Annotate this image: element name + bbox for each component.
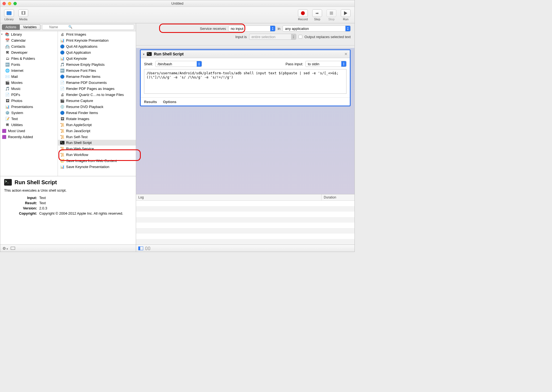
service-in-select[interactable]: any application ▲▼ bbox=[283, 25, 351, 32]
action-icon: 🔵 bbox=[60, 74, 64, 79]
close-icon[interactable]: ✕ bbox=[344, 52, 348, 56]
column-view-icon[interactable] bbox=[145, 247, 150, 250]
category-item[interactable]: 🗂Files & Folders bbox=[0, 55, 58, 61]
action-item[interactable]: 🔵Reveal Finder Items bbox=[58, 110, 136, 116]
library-button[interactable]: Library bbox=[3, 9, 15, 21]
action-item[interactable]: 🔵Quit Application bbox=[58, 49, 136, 55]
action-item[interactable]: 📊Save Keynote Presentation bbox=[58, 164, 136, 170]
action-item[interactable]: 🔵Rename Finder Items bbox=[58, 73, 136, 79]
action-item[interactable]: 🎵Remove Empty Playlists bbox=[58, 61, 136, 67]
stop-button[interactable]: Stop bbox=[325, 9, 337, 21]
left-pane: Actions Variables 📚Library📅Calendar📇Cont… bbox=[0, 23, 136, 252]
action-item[interactable]: 📜Run Workflow bbox=[58, 152, 136, 158]
zoom-window-icon[interactable] bbox=[13, 2, 17, 5]
category-item[interactable]: 🛠Utilities bbox=[0, 122, 58, 128]
step-icon bbox=[316, 11, 319, 15]
record-button[interactable]: Record bbox=[297, 9, 309, 21]
category-item[interactable]: 📄PDFs bbox=[0, 92, 58, 98]
search-input[interactable] bbox=[42, 24, 134, 30]
action-item[interactable]: 📜Run JavaScript bbox=[58, 128, 136, 134]
category-item[interactable]: 🎵Music bbox=[0, 86, 58, 92]
tab-actions[interactable]: Actions bbox=[2, 24, 20, 30]
shell-select[interactable]: /bin/bash ▲▼ bbox=[155, 61, 202, 67]
action-list[interactable]: 🖨Print Images📊Print Keynote Presentation… bbox=[58, 31, 136, 176]
log-column-header[interactable]: Log bbox=[136, 194, 322, 200]
category-item[interactable]: ⚙️System bbox=[0, 110, 58, 116]
action-icon: 📊 bbox=[60, 56, 64, 61]
category-item[interactable]: 📅Calendar bbox=[0, 37, 58, 43]
action-item[interactable]: 📜Run Web Service bbox=[58, 146, 136, 152]
library-icon: 📚 bbox=[5, 32, 9, 36]
category-item[interactable]: ✉️Mail bbox=[0, 73, 58, 79]
category-item[interactable]: 📊Presentations bbox=[0, 104, 58, 110]
smart-folder-item[interactable]: 🟪Most Used bbox=[0, 128, 58, 134]
category-item[interactable]: 📇Contacts bbox=[0, 43, 58, 49]
tab-variables[interactable]: Variables bbox=[20, 24, 40, 30]
action-item[interactable]: Run Shell Script bbox=[58, 140, 136, 146]
minimize-window-icon[interactable] bbox=[8, 2, 11, 5]
category-item[interactable]: 🎬Movies bbox=[0, 79, 58, 86]
category-list[interactable]: 📚Library📅Calendar📇Contacts🛠Developer🗂Fil… bbox=[0, 31, 58, 176]
chevron-down-icon bbox=[6, 246, 8, 251]
category-icon: 📄 bbox=[5, 92, 10, 97]
terminal-icon bbox=[4, 179, 12, 186]
action-item[interactable]: 🖨Print Images bbox=[58, 31, 136, 37]
action-icon: 🔤 bbox=[60, 68, 64, 73]
duration-column-header[interactable]: Duration bbox=[322, 194, 354, 200]
description-pane: Run Shell Script This action executes a … bbox=[0, 176, 136, 245]
action-item[interactable]: 🔤Remove Font Files bbox=[58, 67, 136, 73]
action-item[interactable]: 🧭Save Images from Web Content bbox=[58, 158, 136, 164]
action-icon: 📜 bbox=[60, 135, 64, 139]
desc-value: 2.0.3 bbox=[39, 206, 47, 210]
disclosure-icon[interactable] bbox=[143, 52, 145, 56]
gear-menu[interactable] bbox=[2, 246, 8, 251]
category-icon: 🛠 bbox=[5, 123, 10, 127]
action-item[interactable]: 📊Quit Keynote bbox=[58, 55, 136, 61]
script-textarea[interactable] bbox=[144, 69, 347, 94]
category-item[interactable]: 🌐Internet bbox=[0, 67, 58, 73]
action-icon: 📊 bbox=[60, 38, 64, 42]
category-icon: 🗂 bbox=[5, 56, 10, 61]
service-header: Service receives no input ▲▼ in any appl… bbox=[136, 23, 354, 46]
media-icon bbox=[21, 11, 26, 15]
action-item[interactable]: 💿Resume DVD Playback bbox=[58, 104, 136, 110]
category-item[interactable]: 🖼Photos bbox=[0, 98, 58, 104]
options-tab[interactable]: Options bbox=[163, 100, 176, 104]
action-item[interactable]: 🔵Quit All Applications bbox=[58, 43, 136, 49]
action-item[interactable]: 🖨Render Quartz C…ns to Image Files bbox=[58, 92, 136, 98]
action-item[interactable]: 📜Run AppleScript bbox=[58, 122, 136, 128]
action-icon: 🔵 bbox=[60, 50, 64, 55]
category-item[interactable]: 🛠Developer bbox=[0, 49, 58, 55]
action-item[interactable]: 🖼Rotate Images bbox=[58, 116, 136, 122]
service-receives-select[interactable]: no input ▲▼ bbox=[228, 25, 275, 32]
filter-segment: Actions Variables bbox=[2, 24, 40, 30]
action-item[interactable]: 📄Render PDF Pages as Images bbox=[58, 86, 136, 92]
action-item[interactable]: 📄Rename PDF Documents bbox=[58, 79, 136, 86]
results-tab[interactable]: Results bbox=[144, 100, 157, 104]
desc-value: Text bbox=[39, 201, 46, 205]
action-icon: 📄 bbox=[60, 80, 64, 85]
category-item[interactable]: 📝Text bbox=[0, 116, 58, 122]
action-item[interactable]: 📜Run Self-Test bbox=[58, 134, 136, 140]
category-icon: 📝 bbox=[5, 117, 10, 121]
output-replaces-checkbox[interactable] bbox=[298, 35, 302, 39]
description-body: This action executes a Unix shell script… bbox=[4, 188, 132, 192]
chevron-updown-icon: ▲▼ bbox=[341, 61, 346, 67]
category-icon: 📅 bbox=[5, 38, 10, 42]
action-item[interactable]: 🎬Resume Capture bbox=[58, 98, 136, 104]
run-button[interactable]: Run bbox=[340, 9, 352, 21]
step-button[interactable]: Step bbox=[311, 9, 323, 21]
view-toggle-icon[interactable] bbox=[11, 247, 15, 250]
list-view-icon[interactable] bbox=[138, 246, 143, 250]
pass-input-select[interactable]: to stdin ▲▼ bbox=[305, 61, 347, 67]
workflow-canvas[interactable]: Run Shell Script ✕ Shell: /bin/bash ▲▼ P… bbox=[136, 46, 354, 194]
library-root[interactable]: 📚Library bbox=[0, 31, 58, 37]
close-window-icon[interactable] bbox=[2, 2, 6, 5]
titlebar: Untitled bbox=[0, 0, 354, 7]
media-button[interactable]: Media bbox=[17, 9, 29, 21]
app-window: Untitled Library Media Record Step Stop … bbox=[0, 0, 355, 252]
smart-folder-item[interactable]: 🟪Recently Added bbox=[0, 134, 58, 140]
category-icon: 🖼 bbox=[5, 98, 10, 103]
category-item[interactable]: 🔤Fonts bbox=[0, 61, 58, 67]
action-item[interactable]: 📊Print Keynote Presentation bbox=[58, 37, 136, 43]
